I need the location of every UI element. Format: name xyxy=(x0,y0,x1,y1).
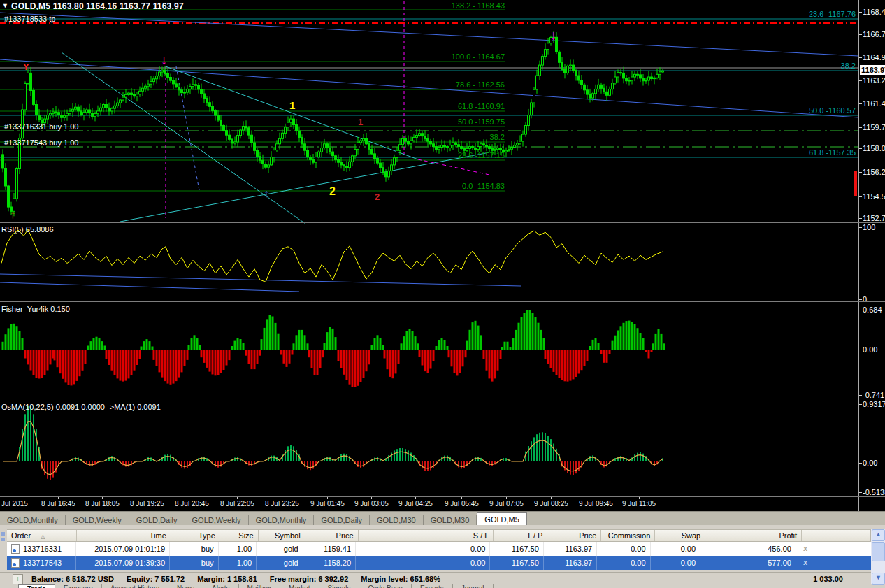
chart-canvas[interactable]: ↓↓↑↑Y1122 ▼GOLD,M5 1163.80 1164.16 1163.… xyxy=(0,0,885,511)
column-header-t-p[interactable]: T / P xyxy=(494,530,547,541)
pane-separator[interactable] xyxy=(0,496,885,497)
osma-tick: 0.00 xyxy=(863,459,877,467)
chart-tab-gold-m30-7[interactable]: GOLD,M30 xyxy=(424,515,477,526)
time-label-13: 9 Jul 09:45 xyxy=(579,500,613,508)
cell-order: 133717543 xyxy=(7,556,76,570)
fib-level-teal-3: 61.8 -1157.35 xyxy=(0,148,856,157)
price-tick: 1164.95 xyxy=(863,53,885,62)
fib-level-green-5: 38.2 xyxy=(0,133,505,141)
price-tick: 1168.45 xyxy=(863,8,885,16)
fib-level-green-0: 138.2 - 1168.43 xyxy=(0,1,505,10)
time-label-2: 8 Jul 18:05 xyxy=(85,500,120,508)
time-axis[interactable]: Jul 20158 Jul 16:458 Jul 18:058 Jul 19:2… xyxy=(0,497,858,511)
scroll-thumb[interactable] xyxy=(872,542,885,561)
pane-separator[interactable] xyxy=(0,301,885,302)
terminal-tab-journal[interactable]: Journal xyxy=(453,584,494,588)
cell-s-l: 0.00 xyxy=(356,542,490,556)
svg-text:↑: ↑ xyxy=(10,208,15,220)
cell-swap: 0.00 xyxy=(651,556,700,570)
order-row-133716331[interactable]: 1337163312015.07.09 01:01:19buy1.00gold1… xyxy=(7,542,871,556)
chart-tab-gold-m30-6[interactable]: GOLD,M30 xyxy=(370,515,424,526)
close-position-button[interactable]: x xyxy=(796,542,871,556)
close-position-button[interactable]: x xyxy=(796,556,871,570)
chart-tab-gold-daily-5[interactable]: GOLD,Daily xyxy=(314,515,370,526)
chart-tab-gold-monthly-0[interactable]: GOLD,Monthly xyxy=(0,515,66,526)
chart-tab-gold-m5-8[interactable]: GOLD,M5 xyxy=(477,512,527,526)
terminal-tab-code-base[interactable]: Code Base xyxy=(359,584,411,588)
chart-tab-gold-weekly-3[interactable]: GOLD,Weekly xyxy=(185,515,249,526)
balance-arrow-icon: ↑ xyxy=(13,574,23,585)
column-header-time[interactable]: Time xyxy=(77,530,171,541)
account-summary-text: Balance: 6 518.72 USDEquity: 7 551.72Mar… xyxy=(31,575,453,583)
chart-tab-bar: GOLD,MonthlyGOLD,WeeklyGOLD,DailyGOLD,We… xyxy=(0,511,885,526)
terminal-tab-alerts[interactable]: Alerts xyxy=(203,584,239,588)
order-row-133717543[interactable]: 1337175432015.07.09 01:39:30buy1.00gold1… xyxy=(7,556,871,570)
column-header-profit[interactable]: Profit xyxy=(705,530,802,541)
terminal-bottom-tabs-clip: TradeExposureAccount HistoryNewsAlertsMa… xyxy=(0,584,885,588)
time-label-6: 8 Jul 23:25 xyxy=(265,500,299,508)
cell-type: buy xyxy=(170,556,218,570)
fib-level-teal-0: 23.6 -1167.76 xyxy=(0,10,856,18)
pane-separator[interactable] xyxy=(0,222,885,223)
terminal-tab-mailbox[interactable]: Mailbox xyxy=(239,584,280,588)
rsi-tick: 100 xyxy=(863,223,875,231)
time-label-11: 9 Jul 07:05 xyxy=(489,500,524,508)
cell-swap: 0.00 xyxy=(651,542,700,556)
time-label-0: Jul 2015 xyxy=(1,500,28,508)
fib-level-teal-2: 50.0 -1160.57 xyxy=(0,106,856,115)
terminal-tab-exposure[interactable]: Exposure xyxy=(55,584,102,588)
cell-symbol: gold xyxy=(257,542,303,556)
cell-commission: 0.00 xyxy=(597,542,650,556)
osma-tick: -0.5138 xyxy=(863,488,885,496)
time-label-10: 9 Jul 05:45 xyxy=(445,500,479,508)
price-tick: 1154.50 xyxy=(863,192,885,201)
time-label-14: 9 Jul 11:05 xyxy=(622,500,656,508)
scroll-down-button[interactable]: ▼ xyxy=(872,573,885,585)
column-header-symbol[interactable]: Symbol xyxy=(259,530,305,541)
time-label-7: 9 Jul 01:45 xyxy=(310,500,345,508)
cell-price: 1163.97 xyxy=(544,556,597,570)
account-summary-bar: ↑ Balance: 6 518.72 USDEquity: 7 551.72M… xyxy=(0,572,871,585)
svg-text:↓: ↓ xyxy=(550,28,557,43)
cell-profit: 577.00 xyxy=(700,556,796,570)
fisher-indicator-label: Fisher_Yur4ik 0.150 xyxy=(1,305,70,313)
chart-tab-gold-daily-2[interactable]: GOLD,Daily xyxy=(129,515,185,526)
terminal-tab-market[interactable]: Market xyxy=(280,584,319,588)
terminal-tab-signals[interactable]: Signals xyxy=(319,584,360,588)
terminal-tab-trade[interactable]: Trade xyxy=(18,584,55,588)
time-label-1: 8 Jul 16:45 xyxy=(41,500,75,508)
terminal-tab-account-history[interactable]: Account History xyxy=(102,584,168,588)
cell-price: 1158.20 xyxy=(303,556,356,570)
pane-separator[interactable] xyxy=(0,399,885,399)
fib-level-green-7: 0.0 -1154.83 xyxy=(0,182,505,190)
chart-tab-gold-weekly-1[interactable]: GOLD,Weekly xyxy=(66,515,129,526)
terminal-tab-experts[interactable]: Experts xyxy=(412,584,453,588)
column-header-order[interactable]: Order△ xyxy=(7,530,77,541)
cell-size: 1.00 xyxy=(219,556,257,570)
terminal-panel: Order△TimeTypeSizeSymbolPriceS / LT / PP… xyxy=(0,525,885,588)
fib-level-teal-1: 38.2 xyxy=(0,62,856,70)
terminal-scrollbar[interactable]: ▲ ▼ xyxy=(871,529,885,584)
profit-total: 1 033.00 xyxy=(813,575,843,583)
column-header-type[interactable]: Type xyxy=(171,530,220,541)
osma-indicator-label: OsMA(10,22,5) 0.0091 0.0000 ->MA(1) 0.00… xyxy=(1,403,161,411)
cell-commission: 0.00 xyxy=(597,556,650,570)
cell-type: buy xyxy=(170,542,218,556)
cell-profit: 456.00 xyxy=(700,542,796,556)
chart-tab-gold-monthly-4[interactable]: GOLD,Monthly xyxy=(249,515,315,526)
sort-ascending-icon: △ xyxy=(41,533,45,540)
cell-price: 1159.41 xyxy=(303,542,356,556)
price-axis[interactable]: 1168.451166.701164.951163.201161.451159.… xyxy=(858,0,885,511)
time-label-4: 8 Jul 20:45 xyxy=(175,500,209,508)
column-header-price[interactable]: Price xyxy=(547,530,601,541)
column-header-size[interactable]: Size xyxy=(220,530,259,541)
column-header-price[interactable]: Price xyxy=(305,530,359,541)
scroll-up-button[interactable]: ▲ xyxy=(872,529,885,541)
cell-t-p: 1167.50 xyxy=(490,542,543,556)
terminal-tab-news[interactable]: News xyxy=(168,584,203,588)
column-header-swap[interactable]: Swap xyxy=(655,530,705,541)
time-label-12: 9 Jul 08:25 xyxy=(534,500,568,508)
column-header-s-l[interactable]: S / L xyxy=(359,530,494,541)
column-header-commission[interactable]: Commission xyxy=(601,530,655,541)
rsi-indicator-label: RSI(5) 65.8086 xyxy=(1,225,54,234)
